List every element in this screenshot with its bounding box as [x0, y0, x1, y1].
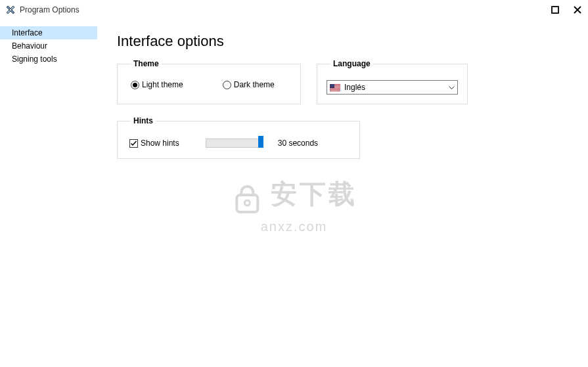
language-combobox[interactable]: Inglés [327, 80, 458, 95]
chevron-down-icon [449, 83, 455, 92]
content: Interface Behaviour Signing tools Interf… [0, 20, 588, 367]
hints-row: Show hints 30 seconds [127, 137, 350, 149]
sidebar-item-label: Interface [12, 28, 43, 37]
language-legend: Language [330, 59, 373, 68]
theme-legend: Theme [131, 59, 162, 68]
sidebar-item-label: Signing tools [12, 54, 57, 64]
language-group: Language Inglés [317, 59, 468, 104]
checkbox-indicator [129, 139, 138, 148]
page-title: Interface options [117, 33, 568, 50]
theme-options: Light theme Dark theme [127, 80, 291, 89]
svg-rect-7 [330, 84, 334, 88]
maximize-button[interactable] [549, 3, 562, 16]
sidebar-item-label: Behaviour [12, 41, 47, 51]
close-button[interactable] [571, 3, 584, 16]
app-icon [5, 5, 16, 15]
slider-track [206, 139, 263, 148]
row-theme-language: Theme Light theme Dark theme Language [117, 59, 568, 104]
main-panel: Interface options Theme Light theme Dark… [97, 20, 588, 367]
svg-rect-6 [330, 90, 340, 91]
sidebar-item-signing-tools[interactable]: Signing tools [0, 53, 97, 66]
titlebar: Program Options [0, 0, 588, 20]
radio-dark-theme[interactable]: Dark theme [223, 80, 275, 89]
radio-indicator [223, 81, 231, 89]
radio-label: Dark theme [234, 80, 275, 89]
checkbox-show-hints[interactable]: Show hints [129, 139, 179, 148]
svg-rect-5 [330, 89, 340, 89]
sidebar-item-behaviour[interactable]: Behaviour [0, 39, 97, 53]
radio-indicator [131, 81, 139, 89]
radio-label: Light theme [142, 80, 183, 89]
hints-legend: Hints [131, 116, 156, 125]
sidebar: Interface Behaviour Signing tools [0, 20, 97, 367]
language-selected: Inglés [344, 83, 449, 92]
radio-light-theme[interactable]: Light theme [131, 80, 183, 89]
theme-group: Theme Light theme Dark theme [117, 59, 301, 104]
checkbox-label: Show hints [141, 139, 179, 148]
hints-duration-slider[interactable] [206, 137, 263, 149]
hints-group: Hints Show hints 30 seconds [117, 116, 360, 159]
us-flag-icon [330, 84, 340, 91]
hints-duration-label: 30 seconds [278, 139, 318, 148]
slider-thumb[interactable] [258, 136, 263, 148]
window-controls [549, 0, 584, 20]
sidebar-item-interface[interactable]: Interface [0, 26, 97, 39]
window-title: Program Options [20, 5, 79, 14]
svg-rect-0 [552, 7, 558, 13]
